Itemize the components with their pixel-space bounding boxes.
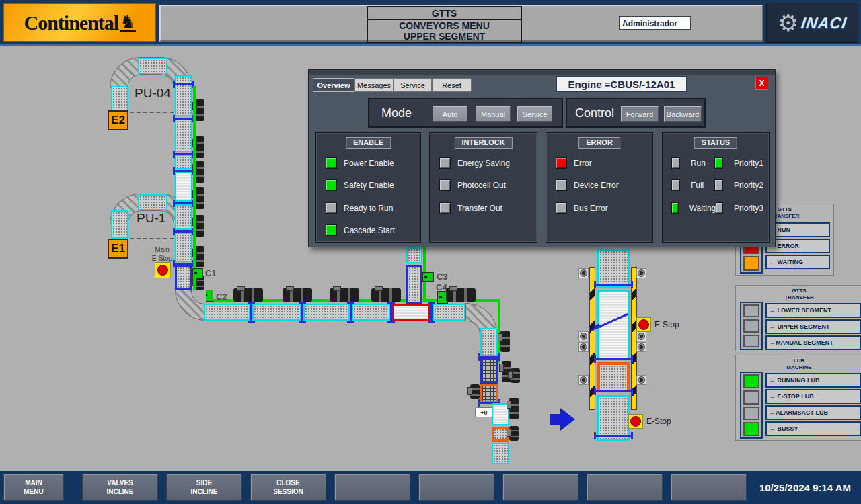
full-lamp [671,179,680,191]
conveyor-segment[interactable] [597,249,630,288]
transfer-marker [174,118,194,120]
tab-reset[interactable]: Reset [432,78,472,92]
power-enable-label: Power Enable [344,159,394,168]
main-menu-button[interactable]: MAIN MENU [3,474,64,501]
conveyor-segment[interactable] [175,155,192,169]
pu04-label: PU-04 [135,86,171,101]
priority2-lamp [714,179,723,191]
conveyor-segment[interactable] [406,247,422,263]
transfer-marker [301,302,303,323]
tab-overview[interactable]: Overview [313,78,354,92]
conveyor-segment[interactable] [175,204,192,230]
priority1-lamp [714,157,723,169]
photocell-icon [636,268,646,278]
nav-row-lower-segment[interactable]: ← LOWER SEGMENT [765,303,861,318]
conveyor-segment[interactable] [597,395,630,441]
empty-function-button [418,474,494,501]
conveyor-segment[interactable] [433,304,465,321]
motor-icon[interactable] [500,331,510,352]
row-label: ←ALARMSACT LUB [770,409,828,416]
motor-icon[interactable] [195,215,204,237]
motor-icon[interactable] [195,161,204,183]
tab-service[interactable]: Service [394,78,432,92]
conveyor-segment-warning[interactable] [480,384,498,403]
lower-segment-lamp [743,304,759,317]
priority3-lamp [716,202,723,214]
motor-icon[interactable] [470,384,480,399]
backward-button[interactable]: Backward [664,106,702,122]
conveyor-segment-selected[interactable] [175,265,192,290]
motor-icon[interactable] [509,398,519,419]
conveyor-segment[interactable] [175,75,192,116]
empty-function-button [587,474,663,501]
motor-icon[interactable] [509,426,519,441]
ready-to-run-label: Ready to Run [344,204,393,213]
conveyor-segment-warning[interactable] [597,362,630,392]
station-e2-badge[interactable]: E2 [108,110,128,130]
photocell-icon [636,331,646,341]
safety-enable-label: Safety Enable [344,181,394,190]
indicator-row: Cascade Start [326,224,395,236]
enable-panel: ENABLE Power Enable Safety Enable Ready … [315,132,421,243]
row-label: ← RUNNING LUB [770,377,820,384]
valves-incline-button[interactable]: VALVES INCLINE [82,474,158,501]
pu04-left-conveyor-segment[interactable] [111,86,128,113]
conveyor-segment-empty[interactable] [175,172,192,202]
nav-row-manual-segment[interactable]: ←MANUAL SEGMENT [765,335,861,350]
motor-icon[interactable] [233,288,263,302]
conveyor-segment[interactable] [175,233,192,262]
indicator-row: Waiting Priority3 [671,202,763,214]
motor-icon[interactable] [511,368,520,383]
side-incline-button[interactable]: SIDE INCLINE [166,474,242,501]
manual-button[interactable]: Manual [476,106,511,122]
motor-icon[interactable] [195,99,204,121]
pu1-top-conveyor-segment[interactable] [138,194,167,210]
transfer-out-lamp [439,202,451,214]
conveyor-segment-selected[interactable] [480,358,498,384]
conveyor-segment[interactable] [204,304,250,321]
forward-button[interactable]: Forward [621,106,659,122]
datetime-display: 10/25/2024 9:14 AM [752,471,858,504]
motor-icon[interactable] [195,136,204,158]
service-button[interactable]: Service [517,106,552,122]
motor-icon[interactable] [330,288,359,302]
motor-icon[interactable] [283,288,312,302]
auto-button[interactable]: Auto [433,106,467,122]
conveyor-segment[interactable] [480,328,498,356]
motor-icon[interactable] [446,288,476,302]
pu1-left-conveyor-segment[interactable] [111,210,128,239]
motor-icon[interactable] [195,246,204,267]
conveyor-segment-selected[interactable] [406,265,422,304]
motor-icon[interactable] [371,288,401,302]
sensor-c1-box[interactable] [192,268,203,278]
user-field[interactable] [619,16,691,30]
close-icon[interactable]: X [755,77,768,90]
row-label: ← WAITING [770,259,803,265]
transfer-marker [174,230,194,233]
station-e1-badge[interactable]: E1 [108,239,128,259]
conveyor-segment[interactable] [252,304,301,321]
estop-indicator [636,317,651,332]
mode-label: Mode [381,106,412,120]
conveyor-segment[interactable] [175,119,192,152]
row-label: ← E-STOP LUB [770,393,814,400]
close-session-button[interactable]: CLOSE SESSION [250,474,326,501]
ready-to-run-lamp [326,202,337,214]
conveyor-segment[interactable] [492,443,509,464]
pu04-top-conveyor-segment[interactable] [138,58,167,74]
indicator-row: Transfer Out [439,202,502,214]
transfer-marker [430,302,433,323]
inaci-wordmark: INACI [800,14,848,32]
continental-wordmark: Continental [24,11,119,34]
upper-segment-lamp [743,319,759,332]
nav-row-upper-segment[interactable]: ← UPPER SEGMENT [765,319,861,334]
conveyor-segment-error[interactable] [392,304,430,321]
sensor-c3-box[interactable] [422,272,434,282]
conveyor-segment[interactable] [352,304,390,321]
conveyor-segment[interactable] [303,304,350,321]
photocell-icon [578,375,589,385]
tab-messages[interactable]: Messages [354,78,394,92]
error-lamp [556,157,567,169]
bus-error-label: Bus Error [574,204,608,213]
motor-icon[interactable] [195,187,204,209]
